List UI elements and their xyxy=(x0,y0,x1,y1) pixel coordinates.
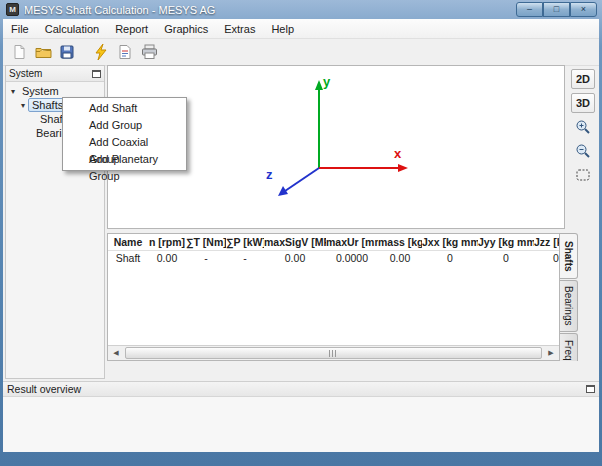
table-cell[interactable]: 0.00 xyxy=(148,251,186,266)
column-header[interactable]: Name xyxy=(108,234,148,250)
view-toolbar: 2D 3D xyxy=(569,69,597,185)
menu-file[interactable]: File xyxy=(3,20,37,38)
result-overview-header: Result overview xyxy=(3,381,599,397)
zoom-window-icon xyxy=(575,167,591,183)
save-floppy-icon xyxy=(59,44,75,60)
zoom-out-icon xyxy=(575,143,591,159)
table-cell[interactable]: 0.00 xyxy=(378,251,422,266)
context-menu-add-shaft[interactable]: Add Shaft xyxy=(63,100,186,117)
zoom-window-button[interactable] xyxy=(571,165,595,185)
open-folder-icon xyxy=(35,44,52,60)
menu-calculation[interactable]: Calculation xyxy=(37,20,107,38)
column-header[interactable]: mass [kg] xyxy=(378,234,422,250)
menu-help[interactable]: Help xyxy=(263,20,302,38)
new-file-button[interactable] xyxy=(7,40,31,64)
scroll-left-icon[interactable]: ◀ xyxy=(108,346,124,360)
report-button[interactable] xyxy=(113,40,137,64)
scrollbar-thumb[interactable] xyxy=(125,347,542,359)
column-header[interactable]: maxUr [mm] xyxy=(326,234,378,250)
print-button[interactable] xyxy=(137,40,161,64)
close-button[interactable]: × xyxy=(570,2,597,17)
column-header[interactable]: Jzz [kg mm²] xyxy=(534,234,560,250)
zoom-in-button[interactable] xyxy=(571,117,595,137)
system-panel-title: System xyxy=(9,68,92,79)
column-header[interactable]: maxSigV [MPa] xyxy=(264,234,326,250)
column-header[interactable]: n [rpm] xyxy=(148,234,186,250)
table-cell[interactable]: 0.00 xyxy=(264,251,326,266)
title-bar[interactable]: M MESYS Shaft Calculation - MESYS AG – □… xyxy=(3,0,599,19)
maximize-button[interactable]: □ xyxy=(543,2,570,17)
context-menu-add-coaxial-group[interactable]: Add Coaxial Group xyxy=(63,134,186,151)
app-window: M MESYS Shaft Calculation - MESYS AG – □… xyxy=(0,0,602,466)
y-axis-label: y xyxy=(323,74,331,89)
result-overview-body xyxy=(3,397,599,452)
menu-report[interactable]: Report xyxy=(107,20,156,38)
scrollbar-grip-icon xyxy=(329,350,338,357)
view-3d-button[interactable]: 3D xyxy=(571,93,595,113)
table-header-row: Name n [rpm] ∑T [Nm] ∑P [kW] maxSigV [MP… xyxy=(108,234,559,251)
tab-frequencies[interactable]: Freque xyxy=(560,333,578,361)
menu-graphics[interactable]: Graphics xyxy=(156,20,216,38)
tree-expander-icon[interactable]: ▾ xyxy=(8,87,18,96)
float-panel-icon[interactable] xyxy=(586,385,595,393)
column-header[interactable]: Jyy [kg mm²] xyxy=(478,234,534,250)
save-button[interactable] xyxy=(55,40,79,64)
column-header[interactable]: Jxx [kg mm²] xyxy=(422,234,478,250)
result-overview-title: Result overview xyxy=(7,383,586,395)
table-cell[interactable]: Shaft xyxy=(108,251,148,266)
horizontal-scrollbar[interactable]: ◀ ▶ xyxy=(108,345,559,360)
side-tab-strip: Shafts Bearings Freque xyxy=(560,233,579,361)
scroll-right-icon[interactable]: ▶ xyxy=(543,346,559,360)
table-row[interactable]: Shaft 0.00 - - 0.00 0.0000 0.00 0 0 0 xyxy=(108,251,559,266)
printer-icon xyxy=(141,44,158,60)
context-menu-add-planetary-group[interactable]: Add Planetary Group xyxy=(63,151,186,168)
x-axis-label: x xyxy=(394,146,402,161)
app-icon: M xyxy=(6,3,19,16)
shaft-table-panel: Name n [rpm] ∑T [Nm] ∑P [kW] maxSigV [MP… xyxy=(107,233,560,361)
main-toolbar xyxy=(3,39,599,66)
table-cell[interactable]: 0.0000 xyxy=(326,251,378,266)
new-file-icon xyxy=(11,44,27,60)
report-page-icon xyxy=(117,44,133,60)
table-cell[interactable]: - xyxy=(186,251,226,266)
zoom-in-icon xyxy=(575,119,591,135)
system-panel-header: System xyxy=(6,66,104,82)
column-header[interactable]: ∑P [kW] xyxy=(226,234,264,250)
menu-bar: File Calculation Report Graphics Extras … xyxy=(3,19,599,39)
minimize-button[interactable]: – xyxy=(516,2,543,17)
column-header[interactable]: ∑T [Nm] xyxy=(186,234,226,250)
lightning-icon xyxy=(94,44,108,60)
table-cell[interactable]: 0 xyxy=(534,251,560,266)
tree-expander-icon[interactable]: ▾ xyxy=(18,101,28,110)
table-cell[interactable]: - xyxy=(226,251,264,266)
zoom-out-button[interactable] xyxy=(571,141,595,161)
tree-item-system[interactable]: ▾ System xyxy=(6,84,104,98)
tree-item-label[interactable]: System xyxy=(18,84,63,98)
context-menu-add-group[interactable]: Add Group xyxy=(63,117,186,134)
client-area: File Calculation Report Graphics Extras … xyxy=(3,19,599,452)
open-file-button[interactable] xyxy=(31,40,55,64)
calculate-button[interactable] xyxy=(89,40,113,64)
window-title: MESYS Shaft Calculation - MESYS AG xyxy=(24,4,516,16)
view-2d-button[interactable]: 2D xyxy=(571,69,595,89)
z-axis-label: z xyxy=(266,167,273,182)
tab-bearings[interactable]: Bearings xyxy=(560,280,578,332)
tab-shafts[interactable]: Shafts xyxy=(560,233,578,279)
table-cell[interactable]: 0 xyxy=(478,251,534,266)
table-cell[interactable]: 0 xyxy=(422,251,478,266)
float-panel-icon[interactable] xyxy=(92,70,101,78)
menu-extras[interactable]: Extras xyxy=(216,20,263,38)
context-menu: Add Shaft Add Group Add Coaxial Group Ad… xyxy=(62,97,187,171)
